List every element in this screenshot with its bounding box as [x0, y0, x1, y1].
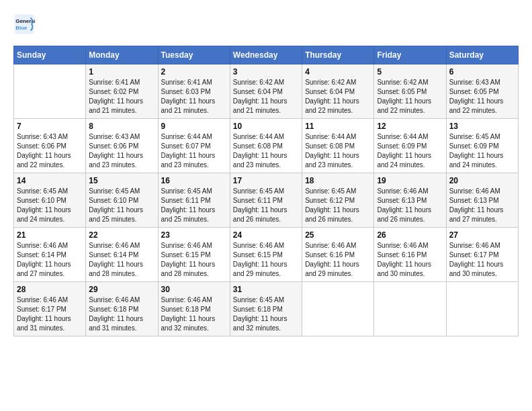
day-info: Sunrise: 6:46 AM Sunset: 6:13 PM Dayligh…	[449, 187, 515, 224]
day-info: Sunrise: 6:45 AM Sunset: 6:09 PM Dayligh…	[449, 132, 515, 170]
day-number: 31	[233, 285, 299, 294]
calendar-cell: 24Sunrise: 6:46 AM Sunset: 6:15 PM Dayli…	[230, 228, 302, 282]
calendar-cell: 16Sunrise: 6:45 AM Sunset: 6:11 PM Dayli…	[158, 173, 230, 228]
day-info: Sunrise: 6:46 AM Sunset: 6:15 PM Dayligh…	[233, 241, 299, 279]
calendar-cell	[446, 282, 518, 336]
day-number: 2	[161, 67, 227, 77]
day-info: Sunrise: 6:44 AM Sunset: 6:09 PM Dayligh…	[377, 132, 443, 170]
day-number: 10	[233, 122, 299, 131]
day-number: 26	[377, 230, 443, 240]
calendar-cell: 1Sunrise: 6:41 AM Sunset: 6:02 PM Daylig…	[86, 64, 158, 119]
calendar-cell: 9Sunrise: 6:44 AM Sunset: 6:07 PM Daylig…	[158, 119, 230, 173]
calendar-cell	[374, 282, 446, 336]
day-number: 28	[17, 285, 83, 294]
calendar-cell: 20Sunrise: 6:46 AM Sunset: 6:13 PM Dayli…	[446, 173, 518, 228]
day-info: Sunrise: 6:42 AM Sunset: 6:04 PM Dayligh…	[305, 78, 371, 116]
day-number: 9	[161, 122, 227, 131]
day-info: Sunrise: 6:46 AM Sunset: 6:16 PM Dayligh…	[305, 241, 371, 279]
day-info: Sunrise: 6:45 AM Sunset: 6:11 PM Dayligh…	[233, 187, 299, 224]
day-number: 20	[449, 176, 515, 185]
calendar-cell: 22Sunrise: 6:46 AM Sunset: 6:14 PM Dayli…	[86, 228, 158, 282]
calendar-cell: 31Sunrise: 6:45 AM Sunset: 6:18 PM Dayli…	[230, 282, 302, 336]
day-number: 21	[17, 230, 83, 240]
day-number: 15	[89, 176, 154, 185]
day-info: Sunrise: 6:42 AM Sunset: 6:04 PM Dayligh…	[233, 78, 299, 116]
day-number: 27	[449, 230, 515, 240]
weekday-header-thursday: Thursday	[302, 46, 374, 64]
day-number: 12	[377, 122, 443, 131]
weekday-header-tuesday: Tuesday	[158, 46, 230, 64]
calendar-cell: 13Sunrise: 6:45 AM Sunset: 6:09 PM Dayli…	[446, 119, 518, 173]
day-info: Sunrise: 6:46 AM Sunset: 6:18 PM Dayligh…	[89, 295, 154, 333]
calendar-cell: 12Sunrise: 6:44 AM Sunset: 6:09 PM Dayli…	[374, 119, 446, 173]
day-info: Sunrise: 6:44 AM Sunset: 6:08 PM Dayligh…	[305, 132, 371, 170]
day-info: Sunrise: 6:45 AM Sunset: 6:10 PM Dayligh…	[89, 187, 154, 224]
calendar-cell: 19Sunrise: 6:46 AM Sunset: 6:13 PM Dayli…	[374, 173, 446, 228]
calendar-cell: 18Sunrise: 6:45 AM Sunset: 6:12 PM Dayli…	[302, 173, 374, 228]
page-header: General Blue	[13, 13, 519, 35]
weekday-header-wednesday: Wednesday	[230, 46, 302, 64]
calendar-cell: 4Sunrise: 6:42 AM Sunset: 6:04 PM Daylig…	[302, 64, 374, 119]
calendar-cell: 11Sunrise: 6:44 AM Sunset: 6:08 PM Dayli…	[302, 119, 374, 173]
day-info: Sunrise: 6:46 AM Sunset: 6:14 PM Dayligh…	[89, 241, 154, 279]
day-info: Sunrise: 6:46 AM Sunset: 6:14 PM Dayligh…	[17, 241, 83, 279]
calendar-cell: 27Sunrise: 6:46 AM Sunset: 6:17 PM Dayli…	[446, 228, 518, 282]
calendar-cell	[302, 282, 374, 336]
day-number: 18	[305, 176, 371, 185]
day-info: Sunrise: 6:41 AM Sunset: 6:03 PM Dayligh…	[161, 78, 227, 116]
calendar-cell: 5Sunrise: 6:42 AM Sunset: 6:05 PM Daylig…	[374, 64, 446, 119]
day-info: Sunrise: 6:46 AM Sunset: 6:13 PM Dayligh…	[377, 187, 443, 224]
day-info: Sunrise: 6:43 AM Sunset: 6:06 PM Dayligh…	[17, 132, 83, 170]
day-info: Sunrise: 6:44 AM Sunset: 6:08 PM Dayligh…	[233, 132, 299, 170]
day-info: Sunrise: 6:45 AM Sunset: 6:10 PM Dayligh…	[17, 187, 83, 224]
calendar-cell: 23Sunrise: 6:46 AM Sunset: 6:15 PM Dayli…	[158, 228, 230, 282]
calendar-cell	[14, 64, 86, 119]
day-number: 23	[161, 230, 227, 240]
day-number: 22	[89, 230, 154, 240]
day-info: Sunrise: 6:43 AM Sunset: 6:05 PM Dayligh…	[449, 78, 515, 116]
day-info: Sunrise: 6:46 AM Sunset: 6:15 PM Dayligh…	[161, 241, 227, 279]
calendar-cell: 6Sunrise: 6:43 AM Sunset: 6:05 PM Daylig…	[446, 64, 518, 119]
calendar-cell: 29Sunrise: 6:46 AM Sunset: 6:18 PM Dayli…	[86, 282, 158, 336]
calendar-cell: 3Sunrise: 6:42 AM Sunset: 6:04 PM Daylig…	[230, 64, 302, 119]
calendar-cell: 28Sunrise: 6:46 AM Sunset: 6:17 PM Dayli…	[14, 282, 86, 336]
day-info: Sunrise: 6:42 AM Sunset: 6:05 PM Dayligh…	[377, 78, 443, 116]
day-info: Sunrise: 6:45 AM Sunset: 6:11 PM Dayligh…	[161, 187, 227, 224]
day-number: 16	[161, 176, 227, 185]
weekday-header-monday: Monday	[86, 46, 158, 64]
day-info: Sunrise: 6:45 AM Sunset: 6:18 PM Dayligh…	[233, 295, 299, 333]
day-number: 11	[305, 122, 371, 131]
calendar-cell: 15Sunrise: 6:45 AM Sunset: 6:10 PM Dayli…	[86, 173, 158, 228]
weekday-header-sunday: Sunday	[14, 46, 86, 64]
day-number: 30	[161, 285, 227, 294]
calendar-cell: 21Sunrise: 6:46 AM Sunset: 6:14 PM Dayli…	[14, 228, 86, 282]
calendar-cell: 7Sunrise: 6:43 AM Sunset: 6:06 PM Daylig…	[14, 119, 86, 173]
day-number: 5	[377, 67, 443, 77]
day-number: 8	[89, 122, 154, 131]
day-info: Sunrise: 6:46 AM Sunset: 6:18 PM Dayligh…	[161, 295, 227, 333]
day-number: 29	[89, 285, 154, 294]
calendar-table: SundayMondayTuesdayWednesdayThursdayFrid…	[13, 46, 519, 336]
day-number: 19	[377, 176, 443, 185]
day-number: 25	[305, 230, 371, 240]
day-info: Sunrise: 6:43 AM Sunset: 6:06 PM Dayligh…	[89, 132, 154, 170]
day-number: 7	[17, 122, 83, 131]
logo: General Blue	[13, 13, 38, 35]
logo-icon: General Blue	[13, 13, 35, 35]
day-number: 3	[233, 67, 299, 77]
calendar-cell: 8Sunrise: 6:43 AM Sunset: 6:06 PM Daylig…	[86, 119, 158, 173]
calendar-cell: 14Sunrise: 6:45 AM Sunset: 6:10 PM Dayli…	[14, 173, 86, 228]
weekday-header-friday: Friday	[374, 46, 446, 64]
calendar-cell: 17Sunrise: 6:45 AM Sunset: 6:11 PM Dayli…	[230, 173, 302, 228]
calendar-cell: 26Sunrise: 6:46 AM Sunset: 6:16 PM Dayli…	[374, 228, 446, 282]
svg-text:Blue: Blue	[15, 25, 28, 31]
day-info: Sunrise: 6:46 AM Sunset: 6:16 PM Dayligh…	[377, 241, 443, 279]
calendar-cell: 25Sunrise: 6:46 AM Sunset: 6:16 PM Dayli…	[302, 228, 374, 282]
day-number: 1	[89, 67, 154, 77]
calendar-cell: 10Sunrise: 6:44 AM Sunset: 6:08 PM Dayli…	[230, 119, 302, 173]
weekday-header-saturday: Saturday	[446, 46, 518, 64]
day-info: Sunrise: 6:45 AM Sunset: 6:12 PM Dayligh…	[305, 187, 371, 224]
day-number: 24	[233, 230, 299, 240]
day-number: 6	[449, 67, 515, 77]
day-info: Sunrise: 6:46 AM Sunset: 6:17 PM Dayligh…	[17, 295, 83, 333]
